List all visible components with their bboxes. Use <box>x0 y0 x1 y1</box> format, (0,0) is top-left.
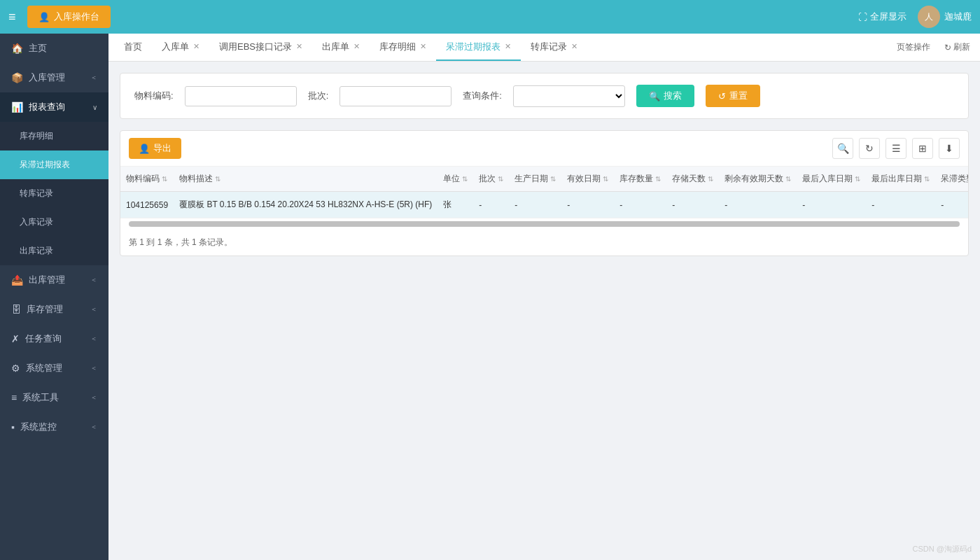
data-table: 物料编码⇅ 物料描述⇅ 单位⇅ 批次⇅ 生产日期⇅ 有效日期⇅ 库存数量⇅ 存储… <box>120 167 968 218</box>
warehouse-btn[interactable]: 👤 入库操作台 <box>27 6 111 28</box>
tab-overdue-report-close[interactable]: ✕ <box>505 42 511 51</box>
page-action-btn[interactable]: 页签操作 <box>892 39 934 55</box>
chevron-right-icon3: ＜ <box>90 304 97 314</box>
avatar: 人 <box>918 6 940 28</box>
fullscreen-btn[interactable]: ⛶ 全屏显示 <box>858 10 906 23</box>
export-button[interactable]: 👤 导出 <box>129 138 181 159</box>
refresh-btn[interactable]: ↻ 刷新 <box>940 39 974 55</box>
tab-inv-detail[interactable]: 库存明细 ✕ <box>370 34 436 61</box>
sidebar-label-home: 主页 <box>29 42 47 55</box>
tab-out-order[interactable]: 出库单 ✕ <box>312 34 370 61</box>
col-remaining-days[interactable]: 剩余有效期天数⇅ <box>719 167 797 192</box>
col-overdue-type[interactable]: 呆滞类型⇅ <box>935 167 968 192</box>
sidebar-label-system-monitor: 系统监控 <box>20 421 57 433</box>
chevron-right-icon4: ＜ <box>90 334 97 344</box>
sidebar-label-reports: 报表查询 <box>29 101 65 113</box>
sidebar-item-system-tools[interactable]: ≡ 系统工具 ＜ <box>0 383 108 412</box>
tab-in-order-close[interactable]: ✕ <box>193 42 200 51</box>
batch-input[interactable] <box>340 86 451 106</box>
table-scroll-container[interactable]: 物料编码⇅ 物料描述⇅ 单位⇅ 批次⇅ 生产日期⇅ 有效日期⇅ 库存数量⇅ 存储… <box>120 167 968 218</box>
user-name: 迦城鹿 <box>944 10 972 23</box>
search-tool-icon: 🔍 <box>837 143 849 154</box>
system-mgmt-icon: ⚙ <box>11 363 20 374</box>
tab-in-order[interactable]: 入库单 ✕ <box>152 34 209 61</box>
menu-icon[interactable]: ≡ <box>8 10 16 24</box>
sidebar-item-system-monitor[interactable]: ▪ 系统监控 ＜ <box>0 412 108 442</box>
material-code-input[interactable] <box>185 86 297 106</box>
col-storage-days[interactable]: 存储天数⇅ <box>666 167 719 192</box>
col-production-date[interactable]: 生产日期⇅ <box>509 167 561 192</box>
sidebar-item-tasks[interactable]: ✗ 任务查询 ＜ <box>0 324 108 354</box>
tab-home-label: 首页 <box>124 41 142 53</box>
sidebar-item-overdue-report[interactable]: 呆滞过期报表 <box>0 150 108 179</box>
tab-ebs-record-close[interactable]: ✕ <box>296 42 302 51</box>
tab-transfer-record-label: 转库记录 <box>531 41 567 53</box>
col-unit[interactable]: 单位⇅ <box>438 167 473 192</box>
sidebar-item-inventory[interactable]: 🗄 库存管理 ＜ <box>0 295 108 324</box>
table-right-tools: 🔍 ↻ ☰ ⊞ ⬇ <box>832 138 960 159</box>
col-last-out-date[interactable]: 最后出库日期⇅ <box>866 167 935 192</box>
tab-transfer-record-close[interactable]: ✕ <box>571 42 578 51</box>
search-button[interactable]: 🔍 搜索 <box>636 85 694 107</box>
warehouse-in-icon: 📦 <box>11 72 23 83</box>
page-action-label: 页签操作 <box>897 41 930 53</box>
tab-overdue-report-label: 呆滞过期报表 <box>446 41 500 53</box>
material-code-label: 物料编码: <box>134 90 174 102</box>
tabs-list: 首页 入库单 ✕ 调用EBS接口记录 ✕ 出库单 ✕ 库存明细 ✕ <box>114 34 587 61</box>
download-tool-icon: ⬇ <box>945 143 953 154</box>
sidebar-item-reports[interactable]: 📊 报表查询 ∨ <box>0 92 108 122</box>
user-info[interactable]: 人 迦城鹿 <box>918 6 972 28</box>
sidebar-label-warehouse-in: 入库管理 <box>29 71 65 84</box>
col-material-code[interactable]: 物料编码⇅ <box>120 167 174 192</box>
sidebar-item-home[interactable]: 🏠 主页 <box>0 34 108 63</box>
transfer-record-label: 转库记录 <box>20 188 53 200</box>
tasks-icon: ✗ <box>11 333 20 344</box>
overdue-report-label: 呆滞过期报表 <box>20 159 70 171</box>
home-icon: 🏠 <box>11 43 23 54</box>
query-condition-select[interactable]: 选项1 选项2 <box>513 85 625 107</box>
system-monitor-icon: ▪ <box>11 421 15 433</box>
header-left: ≡ 👤 入库操作台 <box>8 6 111 28</box>
col-expiry-date[interactable]: 有效日期⇅ <box>561 167 614 192</box>
col-stock-qty[interactable]: 库存数量⇅ <box>614 167 666 192</box>
warehouse-icon: 👤 <box>38 12 50 22</box>
tab-out-order-close[interactable]: ✕ <box>354 42 360 51</box>
sidebar-item-warehouse-out[interactable]: 📤 出库管理 ＜ <box>0 265 108 295</box>
query-condition-label: 查询条件: <box>463 90 502 102</box>
sidebar-item-in-record[interactable]: 入库记录 <box>0 208 108 237</box>
chevron-right-icon5: ＜ <box>90 363 97 373</box>
table-toolbar: 👤 导出 🔍 ↻ ☰ ⊞ <box>120 131 968 167</box>
sidebar-item-inventory-report[interactable]: 库存明细 <box>0 122 108 150</box>
table-row[interactable]: 104125659覆膜板 BT 0.15 B/B 0.154 20.20X24 … <box>120 192 968 218</box>
search-tool-btn[interactable]: 🔍 <box>832 138 853 159</box>
table-header-row: 物料编码⇅ 物料描述⇅ 单位⇅ 批次⇅ 生产日期⇅ 有效日期⇅ 库存数量⇅ 存储… <box>120 167 968 192</box>
sidebar-item-warehouse-in[interactable]: 📦 入库管理 ＜ <box>0 63 108 92</box>
top-header: ≡ 👤 入库操作台 ⛶ 全屏显示 人 迦城鹿 <box>0 0 980 34</box>
sidebar-item-out-record[interactable]: 出库记录 <box>0 237 108 265</box>
sidebar-item-system-mgmt[interactable]: ⚙ 系统管理 ＜ <box>0 354 108 383</box>
chevron-right-icon2: ＜ <box>90 275 97 285</box>
tab-overdue-report[interactable]: 呆滞过期报表 ✕ <box>436 34 521 61</box>
in-record-label: 入库记录 <box>20 216 53 228</box>
tab-inv-detail-label: 库存明细 <box>379 41 416 53</box>
tab-ebs-record[interactable]: 调用EBS接口记录 ✕ <box>209 34 312 61</box>
col-batch[interactable]: 批次⇅ <box>473 167 509 192</box>
horizontal-scrollbar[interactable] <box>129 221 960 227</box>
download-tool-btn[interactable]: ⬇ <box>939 138 960 159</box>
reset-button[interactable]: ↺ 重置 <box>706 85 760 107</box>
grid-tool-btn[interactable]: ⊞ <box>912 138 933 159</box>
tab-transfer-record[interactable]: 转库记录 ✕ <box>521 34 587 61</box>
sidebar-item-transfer-record[interactable]: 转库记录 <box>0 179 108 208</box>
reset-icon: ↺ <box>718 91 726 102</box>
tab-home[interactable]: 首页 <box>114 34 152 61</box>
col-last-in-date[interactable]: 最后入库日期⇅ <box>797 167 866 192</box>
refresh-icon: ↻ <box>944 43 951 52</box>
refresh-tool-btn[interactable]: ↻ <box>859 138 880 159</box>
chevron-right-icon7: ＜ <box>90 422 97 432</box>
list-tool-btn[interactable]: ☰ <box>886 138 906 159</box>
tabs-bar: 首页 入库单 ✕ 调用EBS接口记录 ✕ 出库单 ✕ 库存明细 ✕ <box>108 34 980 62</box>
tab-inv-detail-close[interactable]: ✕ <box>420 42 426 51</box>
tabs-actions: 页签操作 ↻ 刷新 <box>892 39 974 55</box>
inventory-report-label: 库存明细 <box>20 130 53 142</box>
col-material-desc[interactable]: 物料描述⇅ <box>174 167 438 192</box>
